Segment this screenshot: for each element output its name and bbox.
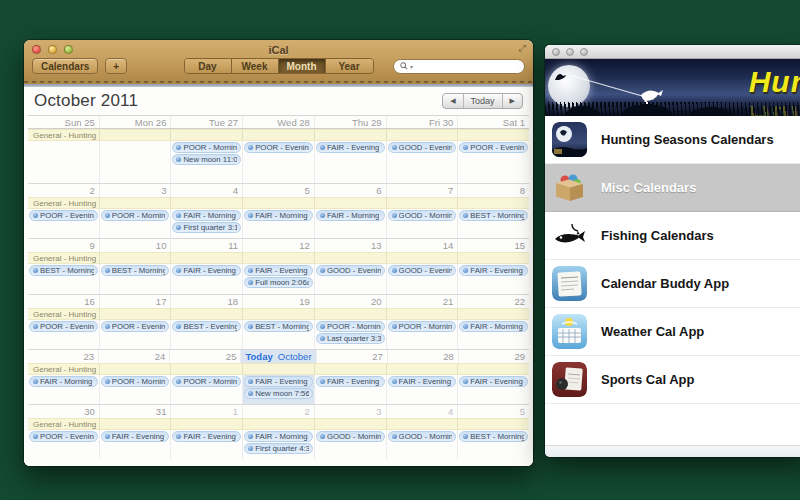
date-cell[interactable]: 10 xyxy=(100,239,172,252)
event-pill[interactable]: BEST - Morning xyxy=(459,431,528,442)
view-tab-day[interactable]: Day xyxy=(185,59,232,73)
zoom-button[interactable] xyxy=(580,48,588,56)
event-pill[interactable]: FAIR - Evening xyxy=(459,265,528,276)
date-cell[interactable]: 13 xyxy=(315,239,387,252)
day-cell[interactable]: BEST - Morning xyxy=(100,264,172,293)
date-cell[interactable]: 5 xyxy=(458,405,529,418)
date-cell[interactable]: 3 xyxy=(100,184,172,197)
event-pill[interactable]: First quarter 4:38pm xyxy=(244,443,313,454)
event-pill[interactable]: FAIR - Evening xyxy=(244,265,313,276)
search-scope-caret[interactable]: ▾ xyxy=(410,63,413,70)
day-cell[interactable]: FAIR - Evening xyxy=(458,375,529,404)
day-cell[interactable]: POOR - Morning xyxy=(387,320,459,349)
event-pill[interactable]: GOOD - Morning xyxy=(388,431,457,442)
day-cell[interactable]: POOR - Morning xyxy=(100,375,172,404)
day-cell[interactable]: POOR - Morning xyxy=(100,209,172,238)
day-cell[interactable]: POOR - Evening xyxy=(28,320,100,349)
date-cell[interactable]: 31 xyxy=(100,405,172,418)
day-cell[interactable]: FAIR - Morning xyxy=(458,320,529,349)
day-cell[interactable]: BEST - Morning xyxy=(28,264,100,293)
day-cell[interactable]: POOR - Evening xyxy=(458,141,529,183)
date-cell[interactable]: 29 xyxy=(459,350,529,363)
store-list-item[interactable]: Sports Cal App xyxy=(545,356,800,404)
date-cell[interactable]: 14 xyxy=(387,239,459,252)
view-tab-week[interactable]: Week xyxy=(232,59,279,73)
event-pill[interactable]: BEST - Evening xyxy=(172,321,241,332)
event-pill[interactable]: FAIR - Morning xyxy=(459,321,528,332)
date-cell[interactable]: 11 xyxy=(171,239,243,252)
day-cell[interactable] xyxy=(100,141,172,183)
event-pill[interactable]: FAIR - Evening xyxy=(388,376,457,387)
event-pill[interactable]: FAIR - Morning xyxy=(244,431,313,442)
store-list-item[interactable]: Misc Calendars xyxy=(545,164,800,212)
day-cell[interactable]: FAIR - Evening xyxy=(100,430,172,459)
event-pill[interactable]: Last quarter 3:30am xyxy=(316,333,385,344)
date-cell[interactable]: 4 xyxy=(387,405,459,418)
date-cell[interactable]: 7 xyxy=(387,184,459,197)
date-cell[interactable]: 6 xyxy=(315,184,387,197)
event-pill[interactable]: Full moon 2:06am xyxy=(244,277,313,288)
day-cell[interactable]: POOR - MorningLast quarter 3:30am xyxy=(315,320,387,349)
event-pill[interactable]: POOR - Evening xyxy=(101,321,170,332)
day-cell[interactable]: FAIR - Evening xyxy=(171,264,243,293)
date-cell[interactable]: 22 xyxy=(458,295,529,308)
date-cell[interactable]: 21 xyxy=(387,295,459,308)
day-cell[interactable]: POOR - MorningNew moon 11:09am xyxy=(171,141,243,183)
day-cell[interactable]: GOOD - Evening xyxy=(387,141,459,183)
event-pill[interactable]: GOOD - Evening xyxy=(316,265,385,276)
day-cell[interactable]: FAIR - Morning xyxy=(243,209,315,238)
day-cell[interactable]: FAIR - Evening xyxy=(315,141,387,183)
search-field[interactable]: ▾ xyxy=(393,59,525,74)
date-cell[interactable]: 28 xyxy=(388,350,459,363)
day-cell[interactable]: FAIR - Evening xyxy=(315,375,387,404)
date-cell[interactable]: 4 xyxy=(171,184,243,197)
event-pill[interactable]: FAIR - Evening xyxy=(172,265,241,276)
event-pill[interactable]: POOR - Morning xyxy=(172,142,241,153)
day-cell[interactable]: FAIR - EveningFull moon 2:06am xyxy=(243,264,315,293)
allday-event-band[interactable]: General - Hunting xyxy=(28,308,529,320)
date-cell[interactable]: 24 xyxy=(99,350,170,363)
event-pill[interactable]: FAIR - Evening xyxy=(244,376,313,387)
store-list-item[interactable]: Calendar Buddy App xyxy=(545,260,800,308)
event-pill[interactable]: POOR - Morning xyxy=(316,321,385,332)
view-tab-year[interactable]: Year xyxy=(326,59,373,73)
event-pill[interactable]: FAIR - Morning xyxy=(172,210,241,221)
store-list-item[interactable]: Fishing Calendars xyxy=(545,212,800,260)
allday-event-band[interactable]: General - Hunting xyxy=(28,129,529,141)
day-cell[interactable]: POOR - Morning xyxy=(171,375,243,404)
event-pill[interactable]: FAIR - Morning xyxy=(29,376,98,387)
event-pill[interactable]: POOR - Evening xyxy=(459,142,528,153)
event-pill[interactable]: FAIR - Evening xyxy=(172,431,241,442)
day-cell[interactable]: FAIR - Evening xyxy=(171,430,243,459)
event-pill[interactable]: BEST - Morning xyxy=(101,265,170,276)
event-pill[interactable]: POOR - Morning xyxy=(388,321,457,332)
day-cell[interactable]: FAIR - Morning xyxy=(315,209,387,238)
day-cell[interactable]: GOOD - Morning xyxy=(387,430,459,459)
day-cell[interactable]: BEST - Morning xyxy=(458,209,529,238)
event-pill[interactable]: FAIR - Evening xyxy=(316,142,385,153)
day-cell[interactable]: GOOD - Morning xyxy=(315,430,387,459)
event-pill[interactable]: BEST - Morning xyxy=(29,265,98,276)
day-cell[interactable]: POOR - Evening xyxy=(100,320,172,349)
date-cell[interactable]: 25 xyxy=(170,350,241,363)
allday-event-band[interactable]: General - Hunting xyxy=(28,252,529,264)
event-pill[interactable]: First quarter 3:15am xyxy=(172,222,241,233)
store-list-item[interactable]: Hunting Seasons Calendars xyxy=(545,116,800,164)
today-button[interactable]: Today xyxy=(464,94,503,108)
event-pill[interactable]: POOR - Evening xyxy=(29,321,98,332)
store-list-item[interactable]: Weather Cal App xyxy=(545,308,800,356)
date-cell[interactable]: 15 xyxy=(458,239,529,252)
date-cell[interactable]: 20 xyxy=(315,295,387,308)
event-pill[interactable]: New moon 7:56pm xyxy=(244,388,313,399)
day-cell[interactable]: POOR - Evening xyxy=(28,209,100,238)
day-cell[interactable]: FAIR - MorningFirst quarter 4:38pm xyxy=(243,430,315,459)
event-pill[interactable]: FAIR - Evening xyxy=(316,376,385,387)
date-cell[interactable]: 12 xyxy=(243,239,315,252)
event-pill[interactable]: GOOD - Evening xyxy=(388,142,457,153)
date-cell[interactable]: 1 xyxy=(171,405,243,418)
date-cell[interactable]: 2 xyxy=(243,405,315,418)
event-pill[interactable]: POOR - Morning xyxy=(172,376,241,387)
view-tab-month[interactable]: Month xyxy=(279,59,326,73)
allday-event-band[interactable]: General - Hunting xyxy=(28,363,529,375)
search-input[interactable] xyxy=(415,61,505,71)
